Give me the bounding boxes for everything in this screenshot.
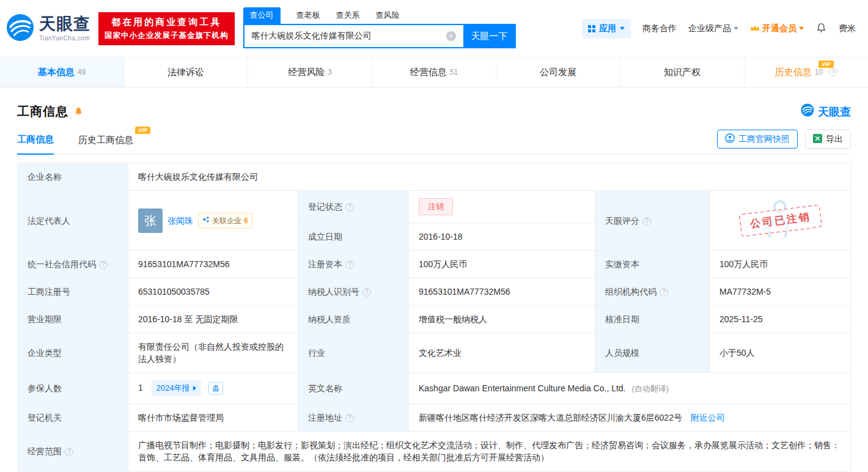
tianyancha-watermark: 天眼查 xyxy=(801,103,851,120)
search-button[interactable]: 天眼一下 xyxy=(463,24,516,48)
tab-basic-info[interactable]: 基本信息 49 xyxy=(0,57,124,87)
notification-bell[interactable] xyxy=(815,22,827,35)
credit-code-label: 统一社会信用代码 xyxy=(18,251,128,278)
clear-icon[interactable] xyxy=(446,31,456,41)
tab-label: 法律诉讼 xyxy=(167,67,204,78)
approval-date-label: 核准日期 xyxy=(595,306,710,333)
person-circle-icon xyxy=(725,133,735,145)
reg-address-cell: 新疆喀什地区喀什经济开发区深喀大道总部经济区川渝大厦6层6022号 附近公司 xyxy=(409,404,851,432)
legal-rep-name-link[interactable]: 张闻珠 xyxy=(167,215,193,227)
company-tab-bar: 基本信息 49 法律诉讼 经营风险 3 经营信息 51 公司发展 知识产权 VI… xyxy=(0,57,868,87)
staff-size-value: 小于50人 xyxy=(710,333,851,373)
business-term-label: 营业期限 xyxy=(18,306,128,333)
bell-icon xyxy=(815,22,827,35)
org-code-value: MA77732M-5 xyxy=(710,278,851,306)
search-tab-relation[interactable]: 查关系 xyxy=(336,10,360,24)
help-icon[interactable] xyxy=(345,260,354,269)
vip-badge: VIP xyxy=(818,61,834,68)
avatar[interactable]: 张 xyxy=(138,208,163,233)
tab-intellectual-property[interactable]: 知识产权 xyxy=(620,57,745,87)
reg-number-value: 653101050035785 xyxy=(128,278,298,306)
english-name-label: 英文名称 xyxy=(298,373,409,404)
help-icon[interactable] xyxy=(642,217,651,226)
english-name-value: Kashgar Dawan Entertainment Culture Medi… xyxy=(419,383,626,393)
search-tab-boss[interactable]: 查老板 xyxy=(296,10,320,24)
auto-translate-note: (自动翻译) xyxy=(631,384,669,393)
tab-count: 10 xyxy=(815,68,823,76)
help-icon[interactable] xyxy=(660,288,668,297)
nav-open-vip[interactable]: 开通会员 xyxy=(750,23,804,34)
industry-value: 文化艺术业 xyxy=(409,333,595,373)
establish-date-label: 成立日期 xyxy=(298,223,409,251)
app-logo[interactable]: 天眼查 TianYanCha.com xyxy=(6,13,90,44)
subtab-history-registration[interactable]: VIP 历史工商信息 xyxy=(78,135,133,154)
taxpayer-quality-label: 纳税人资质 xyxy=(298,306,409,333)
subscribe-bell-icon[interactable] xyxy=(73,106,84,117)
tianyancha-logo-icon xyxy=(801,103,814,120)
export-label: 导出 xyxy=(826,134,843,145)
subtab-row: 工商信息 VIP 历史工商信息 工商官网快照 导出 xyxy=(17,130,851,155)
help-icon[interactable] xyxy=(99,260,108,269)
table-row: 经营范围 广播电视节目制作；电影摄制；电影发行；影视策划；演出经纪；组织文化艺术… xyxy=(18,432,851,471)
snapshot-label: 工商官网快照 xyxy=(738,134,790,145)
table-row: 企业类型 有限责任公司（非自然人投资或控股的法人独资） 行业 文化艺术业 人员规… xyxy=(18,333,851,373)
related-companies-badge[interactable]: 关联企业 6 xyxy=(198,213,252,229)
logo-title: 天眼查 xyxy=(39,16,90,32)
crown-icon xyxy=(750,24,760,34)
reg-address-label: 注册地址 xyxy=(298,404,409,432)
export-button[interactable]: 导出 xyxy=(805,130,851,149)
help-icon[interactable] xyxy=(345,203,354,212)
subtab-business-registration[interactable]: 工商信息 xyxy=(17,134,54,155)
deregistered-stamp-cell: 公司已注销 xyxy=(710,191,851,251)
enterprise-label: 企业级产品 xyxy=(688,23,731,34)
chevron-down-icon xyxy=(799,27,804,30)
business-scope-label: 经营范围 xyxy=(18,432,128,471)
nav-user[interactable]: 费米 xyxy=(839,23,856,34)
establish-date-value: 2016-10-18 xyxy=(409,223,595,251)
related-count: 6 xyxy=(244,215,248,227)
social-security-icon[interactable] xyxy=(208,382,223,395)
help-icon[interactable] xyxy=(829,68,837,76)
page: 天眼查 TianYanCha.com 都在用的商业查询工具 国家中小企业发展子基… xyxy=(0,0,868,472)
tab-business-info[interactable]: 经营信息 51 xyxy=(372,57,496,87)
nearby-companies-link[interactable]: 附近公司 xyxy=(691,413,725,422)
table-row: 参保人数 1 2024年报 英文名称 Kashgar Dawan Enterta… xyxy=(18,373,851,404)
cooperation-label: 商务合作 xyxy=(642,23,677,34)
company-name-label: 企业名称 xyxy=(18,163,128,191)
paid-capital-label: 实缴资本 xyxy=(595,251,710,278)
help-icon[interactable] xyxy=(65,448,73,456)
search-input[interactable] xyxy=(243,24,463,48)
tab-operation-risk[interactable]: 经营风险 3 xyxy=(248,57,372,87)
vip-badge: VIP xyxy=(135,127,150,134)
tab-company-development[interactable]: 公司发展 xyxy=(496,57,620,87)
apps-menu[interactable]: 应用 xyxy=(582,19,631,39)
table-row: 法定代表人 张 张闻珠 关联企业 6 登记状态 注销 xyxy=(18,191,851,223)
insured-count-value: 1 xyxy=(138,383,143,393)
network-icon xyxy=(202,215,210,227)
help-icon[interactable] xyxy=(362,288,371,297)
search-tabs: 查公司 查老板 查关系 查风险 xyxy=(243,9,516,24)
reg-authority-label: 登记机关 xyxy=(18,404,128,432)
taxpayer-id-label: 纳税人识别号 xyxy=(298,278,409,306)
search-tab-company[interactable]: 查公司 xyxy=(243,7,281,24)
annual-report-link[interactable]: 2024年报 xyxy=(152,380,201,396)
reg-number-label: 工商注册号 xyxy=(18,278,128,306)
top-nav: 应用 商务合作 企业级产品 开通会员 费米 xyxy=(582,19,856,39)
tab-legal-litigation[interactable]: 法律诉讼 xyxy=(124,57,248,87)
search-tab-risk[interactable]: 查风险 xyxy=(376,10,400,24)
annual-report-label: 2024年报 xyxy=(156,382,190,394)
official-snapshot-button[interactable]: 工商官网快照 xyxy=(717,130,798,149)
tab-count: 51 xyxy=(450,68,458,76)
help-icon[interactable] xyxy=(345,414,354,422)
excel-icon xyxy=(813,134,822,145)
tab-count: 49 xyxy=(78,68,86,76)
nav-cooperation[interactable]: 商务合作 xyxy=(642,23,677,34)
user-name: 费米 xyxy=(839,23,856,34)
tab-history-info[interactable]: VIP 历史信息 10 xyxy=(745,57,868,87)
tab-label: 经营信息 xyxy=(410,67,447,78)
nav-enterprise[interactable]: 企业级产品 xyxy=(688,23,738,34)
promo-line2: 国家中小企业发展子基金旗下机构 xyxy=(105,31,229,41)
insured-count-label: 参保人数 xyxy=(18,373,128,404)
tianyancha-logo-icon xyxy=(6,13,34,44)
status-badge: 注销 xyxy=(419,198,453,215)
